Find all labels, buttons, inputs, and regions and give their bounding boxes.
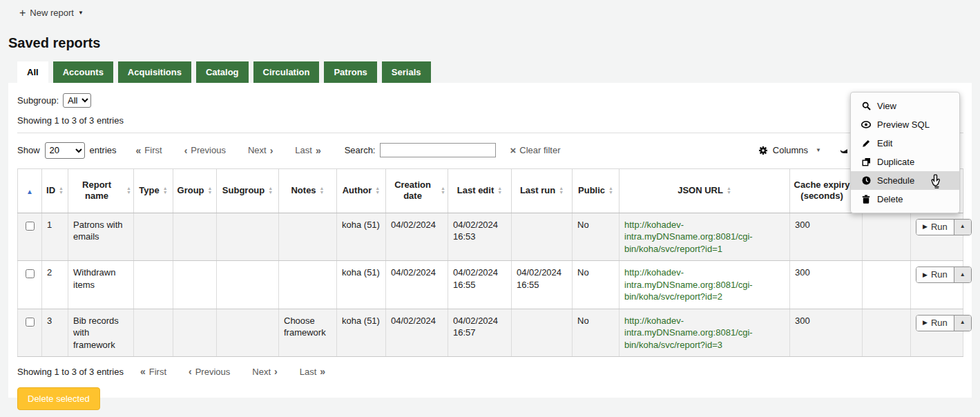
- subgroup-label: Subgroup:: [17, 95, 59, 106]
- cell-creation-date: 04/02/2024: [386, 261, 448, 309]
- tab-catalog[interactable]: Catalog: [196, 61, 249, 83]
- saved-reports-table: ▲ ID▲▼ Report name▲▼ Type▲▼ Group▲▼ Subg…: [17, 168, 963, 358]
- row-select-checkbox[interactable]: [26, 318, 35, 327]
- run-button[interactable]: ▶Run: [916, 220, 954, 235]
- tab-circulation[interactable]: Circulation: [253, 61, 320, 83]
- menu-item-delete[interactable]: Delete: [851, 190, 959, 208]
- next-page-button[interactable]: Next›: [248, 145, 273, 156]
- header-last-run[interactable]: Last run▲▼: [512, 168, 573, 213]
- sort-icon: ▲▼: [375, 186, 380, 195]
- pagination-top: «First ‹Previous Next› Last»: [136, 145, 321, 156]
- table-row: 2 Withdrawn items koha (51) 04/02/2024 0…: [18, 261, 963, 309]
- run-split-button: ▶Run ▲: [916, 219, 972, 235]
- sort-icon: ▲▼: [727, 186, 731, 195]
- table-row: 3 Bib records with framework Choose fram…: [18, 309, 963, 357]
- sort-icon: ▲▼: [208, 186, 213, 195]
- tab-all[interactable]: All: [17, 61, 48, 83]
- header-type[interactable]: Type▲▼: [134, 168, 173, 213]
- header-group[interactable]: Group▲▼: [173, 168, 217, 213]
- header-author[interactable]: Author▲▼: [337, 168, 386, 213]
- json-url-link[interactable]: http://kohadev-intra.myDNSname.org:8081/…: [624, 220, 753, 254]
- header-select-column[interactable]: ▲: [18, 168, 42, 213]
- next-page-button[interactable]: Next›: [252, 366, 277, 377]
- header-last-edit[interactable]: Last edit▲▼: [448, 168, 512, 213]
- search-icon: [861, 101, 871, 110]
- sort-ascending-icon: ▲: [26, 188, 33, 195]
- tab-patrons[interactable]: Patrons: [324, 61, 376, 83]
- menu-item-view[interactable]: View: [851, 97, 959, 115]
- play-icon: ▶: [923, 319, 928, 326]
- cell-author: koha (51): [337, 261, 386, 309]
- new-report-button[interactable]: + New report ▼: [19, 8, 84, 18]
- sort-icon: ▲▼: [559, 186, 564, 195]
- cell-public: No: [573, 309, 619, 357]
- cell-subgroup: [217, 213, 279, 261]
- first-page-button[interactable]: «First: [140, 366, 166, 377]
- header-report-name[interactable]: Report name▲▼: [68, 168, 134, 213]
- page-title: Saved reports: [8, 35, 980, 51]
- cell-creation-date: 04/02/2024: [386, 309, 448, 357]
- pagination-bottom: «First ‹Previous Next› Last»: [140, 366, 325, 377]
- tab-serials[interactable]: Serials: [382, 61, 431, 83]
- top-toolbar: + New report ▼: [0, 0, 980, 19]
- sort-icon: ▲▼: [608, 186, 613, 195]
- previous-page-button[interactable]: ‹Previous: [189, 366, 230, 377]
- header-id[interactable]: ID▲▼: [42, 168, 68, 213]
- table-row: 1 Patrons with emails koha (51) 04/02/20…: [18, 213, 963, 261]
- subgroup-select[interactable]: All: [63, 93, 91, 108]
- table-footer: Showing 1 to 3 of 3 entries «First ‹Prev…: [17, 366, 963, 377]
- columns-button[interactable]: Columns ▼: [758, 145, 847, 156]
- columns-label: Columns: [773, 145, 808, 155]
- header-creation-date[interactable]: Creation date▲▼: [386, 168, 448, 213]
- cursor-pointer-graphic: [930, 174, 944, 191]
- run-dropdown-toggle[interactable]: ▲: [954, 316, 971, 331]
- cell-subgroup: [217, 309, 279, 357]
- sort-icon: ▲▼: [497, 186, 502, 195]
- last-page-button[interactable]: Last»: [300, 366, 325, 377]
- run-button[interactable]: ▶Run: [916, 316, 954, 331]
- sort-icon: ▲▼: [126, 186, 131, 195]
- last-page-button[interactable]: Last»: [295, 145, 320, 156]
- run-dropdown-toggle[interactable]: ▲: [954, 267, 971, 282]
- cell-subgroup: [217, 261, 279, 309]
- menu-item-duplicate[interactable]: Duplicate: [851, 153, 959, 171]
- menu-item-schedule[interactable]: Schedule: [851, 171, 959, 190]
- sort-icon: ▲▼: [268, 186, 273, 195]
- cell-group: [173, 261, 217, 309]
- json-url-link[interactable]: http://kohadev-intra.myDNSname.org:8081/…: [624, 316, 753, 350]
- clear-filter-button[interactable]: × Clear filter: [510, 145, 560, 155]
- cell-saved-results: [863, 309, 911, 357]
- cell-cache-expiry: 300: [790, 261, 863, 309]
- search-input[interactable]: [380, 143, 496, 157]
- delete-selected-button[interactable]: Delete selected: [17, 387, 100, 410]
- page-length-select[interactable]: 20: [45, 142, 85, 159]
- header-json-url[interactable]: JSON URL▲▼: [619, 168, 790, 213]
- first-page-button[interactable]: «First: [136, 145, 162, 156]
- double-chevron-right-icon: »: [316, 145, 321, 156]
- run-button[interactable]: ▶Run: [916, 267, 954, 282]
- entries-summary-top: Showing 1 to 3 of 3 entries: [17, 115, 963, 126]
- cell-saved-results: [863, 261, 911, 309]
- row-select-checkbox[interactable]: [26, 222, 35, 231]
- cell-last-edit: 04/02/2024 16:57: [448, 309, 512, 357]
- row-select-checkbox[interactable]: [26, 269, 35, 278]
- run-dropdown-toggle[interactable]: ▲: [954, 220, 971, 235]
- menu-item-preview-sql[interactable]: Preview SQL: [851, 115, 959, 134]
- previous-page-button[interactable]: ‹Previous: [184, 145, 226, 156]
- header-notes[interactable]: Notes▲▼: [279, 168, 337, 213]
- double-chevron-right-icon: »: [320, 366, 325, 377]
- cell-last-run: [512, 213, 573, 261]
- cell-report-name: Withdrawn items: [68, 261, 134, 309]
- menu-item-edit[interactable]: Edit: [851, 134, 959, 153]
- header-subgroup[interactable]: Subgroup▲▼: [217, 168, 279, 213]
- tab-acquisitions[interactable]: Acquisitions: [118, 61, 191, 83]
- header-public[interactable]: Public▲▼: [573, 168, 619, 213]
- tab-accounts[interactable]: Accounts: [53, 61, 113, 83]
- export-button-partial[interactable]: [840, 145, 847, 156]
- cell-creation-date: 04/02/2024: [386, 213, 448, 261]
- chevron-down-icon: ▼: [78, 10, 84, 16]
- double-chevron-left-icon: «: [140, 366, 146, 377]
- json-url-link[interactable]: http://kohadev-intra.myDNSname.org:8081/…: [624, 267, 753, 302]
- cell-id: 2: [42, 261, 68, 309]
- new-report-label: New report: [30, 8, 74, 18]
